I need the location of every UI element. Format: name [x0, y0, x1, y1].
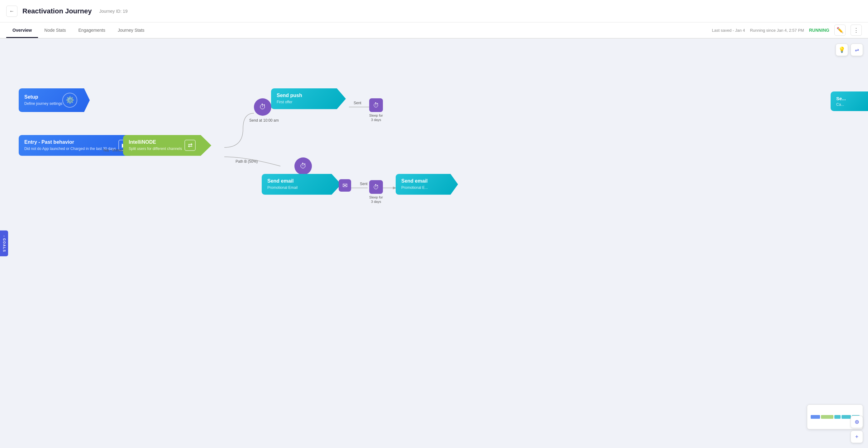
setup-node-title: Setup — [24, 94, 62, 100]
intellinode-content: IntelliNODE Split users for different ch… — [129, 139, 182, 151]
entry-node-title: Entry - Past behavior — [24, 139, 116, 145]
timer-bottom-icon: ⏱ — [300, 162, 307, 170]
journey-title: Reactivation Journey — [23, 7, 92, 15]
goals-label: GOALS — [2, 238, 6, 253]
sent-top-label: Sent — [353, 101, 362, 105]
send-email-2-title: Send email — [401, 178, 442, 184]
tabs-left: Overview Node Stats Engagements Journey … — [6, 23, 151, 37]
last-saved-text: Last saved - Jan 4 — [712, 28, 745, 33]
partial-top-sub: Ca... — [836, 102, 862, 107]
bulb-icon: 💡 — [838, 46, 845, 53]
partial-top-title: Se... — [836, 96, 862, 101]
sleep-top-label: Sleep for 3 days — [369, 113, 383, 122]
expand-icon: › — [3, 234, 4, 238]
connections-svg — [0, 39, 868, 448]
more-options-button[interactable]: ⋮ — [850, 25, 862, 36]
canvas-container: › GOALS 💡 ⇌ — [0, 39, 868, 448]
timer-top-label: Send at 10:00 am — [249, 118, 279, 123]
edit-button[interactable]: ✏️ — [834, 25, 845, 36]
timer-top-icon: ⏱ — [259, 103, 266, 111]
zoom-in-button[interactable]: + — [850, 430, 863, 443]
gear-icon: ⚙️ — [62, 93, 77, 108]
send-email-subtitle: Promotional Email — [267, 185, 326, 191]
tab-node-stats[interactable]: Node Stats — [38, 23, 72, 38]
email-icon-node: ✉ — [339, 179, 351, 192]
canvas-controls-bottom: ⊕ + — [850, 416, 863, 443]
path-b-label: Path B (50%) — [236, 159, 258, 164]
intellinode-icon: ⇄ — [184, 140, 196, 151]
node-send-email[interactable]: Send email Promotional Email — [262, 174, 341, 195]
crosshair-button[interactable]: ⊕ — [850, 416, 863, 428]
timer-node-top[interactable]: ⏱ — [254, 98, 271, 116]
node-partial-top[interactable]: Se... Ca... — [831, 92, 868, 111]
node-intellinode[interactable]: IntelliNODE Split users for different ch… — [123, 135, 211, 156]
header: ← Reactivation Journey Journey ID: 19 — [0, 0, 868, 23]
sleep-top-icon: ⏱ — [369, 98, 383, 112]
sleep-node-bottom[interactable]: ⏱ Sleep for 3 days — [369, 180, 383, 204]
running-badge: RUNNING — [809, 28, 829, 33]
tab-engagements[interactable]: Engagements — [72, 23, 112, 38]
plus-icon: + — [855, 434, 859, 440]
mini-bar-1 — [811, 415, 820, 419]
canvas-controls-top-right: 💡 ⇌ — [836, 43, 863, 56]
mini-bar-4 — [841, 415, 851, 419]
sent-bottom-label: Sent — [360, 182, 368, 186]
sleep-bottom-label: Sleep for 3 days — [369, 195, 383, 204]
intellinode-title: IntelliNODE — [129, 139, 182, 145]
send-email-title: Send email — [267, 178, 326, 184]
setup-node-content: Setup Define journey settings — [24, 94, 62, 106]
node-setup[interactable]: Setup Define journey settings ⚙️ — [19, 89, 90, 112]
nav-tabs: Overview Node Stats Engagements Journey … — [0, 23, 868, 39]
mini-bar-3 — [834, 415, 841, 419]
send-push-subtitle: First offer — [277, 100, 330, 105]
bulb-button[interactable]: 💡 — [836, 43, 848, 56]
entry-node-subtitle: Did not do App launched or Charged in th… — [24, 146, 116, 151]
setup-node-subtitle: Define journey settings — [24, 101, 62, 106]
filter-icon: ⇌ — [855, 47, 859, 53]
tabs-right: Last saved - Jan 4 Running since Jan 4, … — [712, 25, 862, 36]
sleep-bottom-icon: ⏱ — [369, 180, 383, 194]
sleep-node-top[interactable]: ⏱ Sleep for 3 days — [369, 98, 383, 122]
goals-sidebar[interactable]: › GOALS — [0, 231, 8, 256]
send-email-2-subtitle: Promotional E... — [401, 185, 442, 191]
tab-overview[interactable]: Overview — [6, 23, 38, 38]
mini-bar-2 — [821, 415, 833, 419]
running-since-text: Running since Jan 4, 2:57 PM — [750, 28, 804, 33]
timer-node-bottom[interactable]: ⏱ — [294, 158, 312, 175]
entry-node-content: Entry - Past behavior Did not do App lau… — [24, 139, 116, 151]
journey-id: Journey ID: 19 — [99, 9, 128, 14]
crosshair-icon: ⊕ — [855, 418, 859, 425]
back-button[interactable]: ← — [6, 6, 18, 17]
back-icon: ← — [9, 8, 14, 14]
intellinode-subtitle: Split users for different channels — [129, 146, 182, 151]
send-push-title: Send push — [277, 93, 330, 98]
node-send-push[interactable]: Send push First offer — [271, 89, 346, 109]
filter-button[interactable]: ⇌ — [850, 43, 863, 56]
tab-journey-stats[interactable]: Journey Stats — [112, 23, 151, 38]
node-send-email-2[interactable]: Send email Promotional E... — [396, 174, 458, 195]
